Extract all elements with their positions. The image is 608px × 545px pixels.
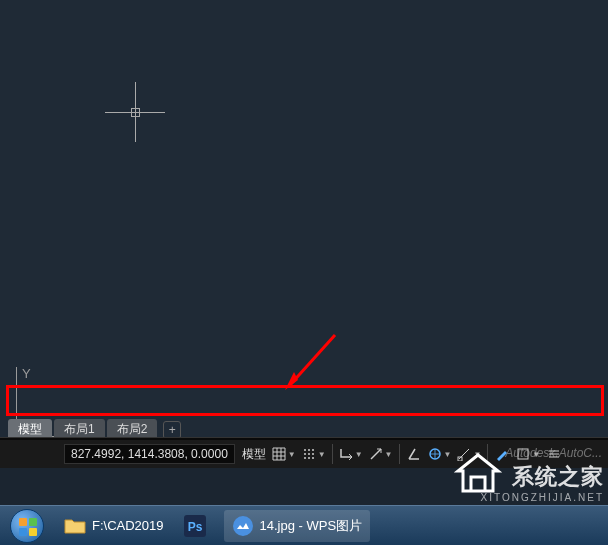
svg-point-2 (304, 449, 306, 451)
more-icon[interactable] (543, 443, 565, 465)
folder-icon (64, 515, 86, 537)
brand-url: XITONGZHIJIA.NET (481, 492, 605, 503)
snap-icon[interactable]: ▼ (299, 443, 329, 465)
ucs-y-label: Y (22, 366, 31, 381)
windows-logo-icon (10, 509, 44, 543)
coordinates-display[interactable]: 827.4992, 1414.3808, 0.0000 (64, 444, 235, 464)
tab-add-button[interactable]: + (163, 421, 181, 439)
pen-icon[interactable] (491, 443, 513, 465)
drawing-canvas[interactable]: Y X (0, 0, 608, 445)
status-bar: 827.4992, 1414.3808, 0.0000 模型 ▼ ▼ ▼ ▼ ▼… (0, 440, 608, 468)
angle-icon[interactable] (403, 443, 425, 465)
osnap-icon[interactable]: ▼ (454, 443, 484, 465)
model-space-button[interactable]: 模型 (239, 443, 269, 465)
brand-watermark: 系统之家 XITONGZHIJIA.NET (481, 462, 605, 503)
layer-icon[interactable]: ▼ (513, 443, 543, 465)
taskbar-photoshop-button[interactable]: Ps (176, 510, 220, 542)
taskbar-wps-button[interactable]: 14.jpg - WPS图片 (224, 510, 371, 542)
ortho-icon[interactable]: ▼ (336, 443, 366, 465)
svg-point-10 (312, 457, 314, 459)
svg-point-3 (308, 449, 310, 451)
svg-point-5 (304, 453, 306, 455)
taskbar-explorer-button[interactable]: F:\CAD2019 (56, 510, 172, 542)
polar-icon[interactable]: ▼ (366, 443, 396, 465)
svg-point-6 (308, 453, 310, 455)
svg-point-7 (312, 453, 314, 455)
svg-point-8 (304, 457, 306, 459)
start-button[interactable] (0, 506, 54, 546)
svg-rect-13 (518, 449, 528, 459)
svg-point-16 (233, 516, 253, 536)
iso-icon[interactable]: ▼ (425, 443, 455, 465)
wps-image-icon (232, 515, 254, 537)
grid-icon[interactable]: ▼ (269, 443, 299, 465)
taskbar-explorer-label: F:\CAD2019 (92, 518, 164, 533)
svg-point-9 (308, 457, 310, 459)
svg-point-4 (312, 449, 314, 451)
taskbar-wps-label: 14.jpg - WPS图片 (260, 517, 363, 535)
svg-text:Ps: Ps (187, 520, 202, 534)
photoshop-icon: Ps (184, 515, 206, 537)
windows-taskbar: F:\CAD2019 Ps 14.jpg - WPS图片 (0, 505, 608, 545)
